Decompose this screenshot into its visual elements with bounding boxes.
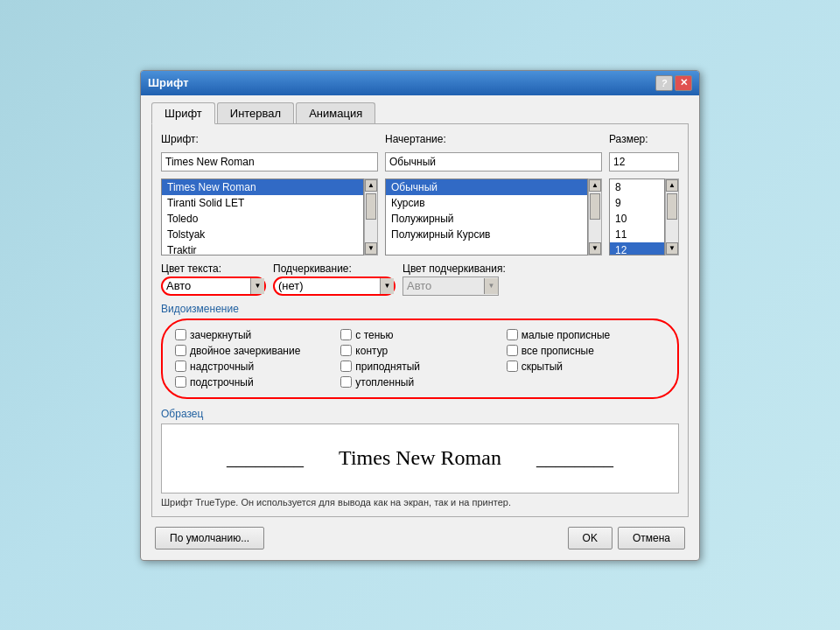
tab-font[interactable]: Шрифт bbox=[151, 102, 215, 124]
style-scroll-down[interactable]: ▼ bbox=[589, 242, 601, 255]
scroll-thumb[interactable] bbox=[366, 193, 376, 220]
style-scrollbar[interactable]: ▲ ▼ bbox=[588, 178, 602, 256]
style-listbox[interactable]: Обычный Курсив Полужирный Полужирный Кур… bbox=[385, 178, 588, 256]
style-label: Начертание: bbox=[385, 133, 602, 145]
underline-color-label: Цвет подчеркивания: bbox=[402, 262, 506, 275]
tab-interval[interactable]: Интервал bbox=[217, 102, 294, 124]
color-row: Цвет текста: Авто ▼ Подчеркивание: (нет) bbox=[161, 262, 679, 296]
size-listbox-col: 8 9 10 11 12 ▲ ▼ bbox=[609, 178, 679, 256]
checkboxes-grid: зачеркнутый с тенью малые прописные bbox=[175, 329, 665, 388]
font-list-item-3[interactable]: Tolstyak bbox=[162, 227, 363, 242]
font-listbox[interactable]: Times New Roman Tiranti Solid LET Toledo… bbox=[161, 178, 364, 256]
font-listbox-container: Times New Roman Tiranti Solid LET Toledo… bbox=[161, 178, 378, 256]
size-listbox[interactable]: 8 9 10 11 12 bbox=[609, 178, 665, 256]
cancel-button[interactable]: Отмена bbox=[618, 527, 685, 550]
size-scroll-down[interactable]: ▼ bbox=[666, 242, 678, 255]
font-input[interactable] bbox=[161, 152, 378, 172]
ok-button[interactable]: OK bbox=[568, 527, 612, 550]
underline-color-group: Цвет подчеркивания: Авто ▼ bbox=[402, 262, 506, 296]
underline-dropdown-arrow[interactable]: ▼ bbox=[380, 278, 394, 294]
color-dropdown-arrow[interactable]: ▼ bbox=[250, 278, 264, 294]
font-scrollbar[interactable]: ▲ ▼ bbox=[364, 178, 378, 256]
checkbox-all-caps-input[interactable] bbox=[507, 345, 518, 356]
style-scroll-thumb[interactable] bbox=[590, 193, 600, 220]
checkbox-small-caps[interactable]: малые прописные bbox=[507, 329, 665, 341]
tabs-container: Шрифт Интервал Анимация bbox=[151, 102, 689, 124]
color-dropdown-wrapper: Авто ▼ bbox=[161, 276, 266, 296]
color-dropdown[interactable]: Авто ▼ bbox=[161, 276, 266, 296]
font-col-3: Размер: bbox=[609, 133, 679, 145]
modifications-title: Видоизменение bbox=[161, 303, 679, 315]
style-listbox-container: Обычный Курсив Полужирный Полужирный Кур… bbox=[385, 178, 602, 256]
font-dialog: Шрифт ? ✕ Шрифт Интервал Анимация Шрифт: bbox=[140, 70, 700, 561]
checkbox-hidden[interactable]: скрытый bbox=[507, 360, 665, 373]
tab-panel: Шрифт: Начертание: Размер: bbox=[151, 123, 689, 517]
underline-dropdown[interactable]: (нет) ▼ bbox=[273, 276, 396, 296]
checkbox-strikethrough-input[interactable] bbox=[175, 329, 186, 340]
style-list-item-1[interactable]: Курсив bbox=[386, 195, 587, 211]
size-list-item-2[interactable]: 10 bbox=[610, 211, 664, 227]
title-bar: Шрифт ? ✕ bbox=[141, 71, 699, 95]
size-list-item-0[interactable]: 8 bbox=[610, 179, 664, 195]
checkbox-all-caps[interactable]: все прописные bbox=[507, 345, 665, 357]
size-scroll-thumb[interactable] bbox=[667, 193, 677, 220]
default-button[interactable]: По умолчанию... bbox=[155, 527, 264, 550]
font-label: Шрифт: bbox=[161, 133, 378, 145]
underline-color-value: Авто bbox=[407, 279, 431, 292]
help-button[interactable]: ? bbox=[655, 75, 673, 91]
underline-value: (нет) bbox=[278, 279, 304, 292]
title-bar-buttons: ? ✕ bbox=[655, 75, 692, 91]
checkbox-shadow[interactable]: с тенью bbox=[340, 329, 499, 341]
font-list-item-2[interactable]: Toledo bbox=[162, 211, 363, 227]
underline-color-dropdown[interactable]: Авто ▼ bbox=[402, 276, 499, 296]
sample-line-right: ________ bbox=[536, 447, 613, 470]
style-list-item-2[interactable]: Полужирный bbox=[386, 211, 587, 227]
size-scrollbar[interactable]: ▲ ▼ bbox=[665, 178, 679, 256]
style-input[interactable] bbox=[385, 152, 602, 172]
checkbox-engraved-input[interactable] bbox=[340, 376, 352, 388]
checkbox-hidden-input[interactable] bbox=[507, 360, 518, 372]
font-input-col bbox=[161, 152, 378, 172]
checkbox-subscript[interactable]: подстрочный bbox=[175, 376, 333, 388]
close-button[interactable]: ✕ bbox=[675, 75, 692, 91]
size-list-item-1[interactable]: 9 bbox=[610, 195, 664, 211]
checkbox-outline[interactable]: контур bbox=[340, 345, 499, 357]
checkbox-superscript[interactable]: надстрочный bbox=[175, 360, 333, 373]
modifications-box: зачеркнутый с тенью малые прописные bbox=[161, 318, 679, 399]
size-scroll-up[interactable]: ▲ bbox=[666, 179, 678, 192]
checkbox-strikethrough[interactable]: зачеркнутый bbox=[175, 329, 333, 341]
underline-color-arrow[interactable]: ▼ bbox=[484, 278, 498, 294]
font-list-item-0[interactable]: Times New Roman bbox=[162, 179, 363, 195]
checkbox-shadow-input[interactable] bbox=[340, 329, 352, 340]
size-list-item-4[interactable]: 12 bbox=[610, 242, 664, 256]
size-input[interactable] bbox=[609, 152, 679, 172]
tab-animation[interactable]: Анимация bbox=[296, 102, 375, 124]
checkbox-superscript-input[interactable] bbox=[175, 360, 186, 372]
font-col-2: Начертание: bbox=[385, 133, 602, 145]
underline-group: Подчеркивание: (нет) ▼ bbox=[273, 262, 396, 296]
checkbox-engraved[interactable]: утопленный bbox=[340, 376, 499, 388]
size-list-item-3[interactable]: 11 bbox=[610, 227, 664, 242]
checkbox-small-caps-input[interactable] bbox=[507, 329, 518, 340]
style-list-item-0[interactable]: Обычный bbox=[386, 179, 587, 195]
checkbox-raised-input[interactable] bbox=[340, 360, 352, 372]
checkbox-outline-input[interactable] bbox=[340, 345, 352, 356]
checkbox-subscript-input[interactable] bbox=[175, 376, 186, 388]
size-label: Размер: bbox=[609, 133, 679, 145]
style-scroll-up[interactable]: ▲ bbox=[589, 179, 601, 192]
sample-line-left: ________ bbox=[227, 447, 304, 470]
style-list-item-3[interactable]: Полужирный Курсив bbox=[386, 227, 587, 242]
checkbox-double-strikethrough[interactable]: двойное зачеркивание bbox=[175, 345, 333, 357]
scroll-up-arrow[interactable]: ▲ bbox=[365, 179, 377, 192]
checkbox-raised[interactable]: приподнятый bbox=[340, 360, 499, 373]
font-listbox-row: Times New Roman Tiranti Solid LET Toledo… bbox=[161, 178, 679, 256]
modifications-section: Видоизменение зачеркнутый с тенью bbox=[161, 303, 679, 399]
font-list-item-1[interactable]: Tiranti Solid LET bbox=[162, 195, 363, 211]
font-list-item-4[interactable]: Traktir bbox=[162, 242, 363, 256]
size-listbox-container: 8 9 10 11 12 ▲ ▼ bbox=[609, 178, 679, 256]
hint-text: Шрифт TrueType. Он используется для выво… bbox=[161, 497, 679, 508]
underline-dropdown-wrapper: (нет) ▼ bbox=[273, 276, 396, 296]
checkbox-double-strikethrough-input[interactable] bbox=[175, 345, 186, 356]
sample-text: Times New Roman bbox=[339, 446, 501, 470]
scroll-down-arrow[interactable]: ▼ bbox=[365, 242, 377, 255]
